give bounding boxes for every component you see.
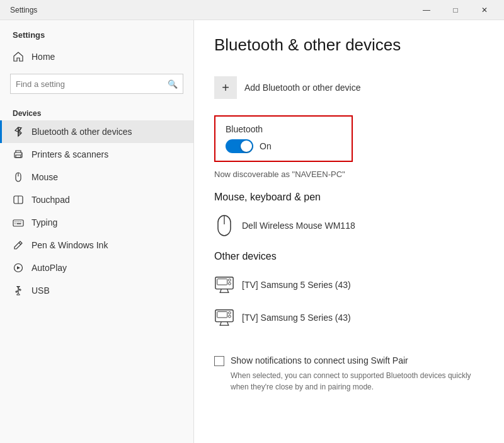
content-area: Settings Home 🔍 Devices xyxy=(0,20,504,443)
sidebar-item-usb[interactable]: USB xyxy=(0,279,193,302)
sidebar-section-label: Devices xyxy=(0,104,193,120)
add-device-button[interactable]: + Add Bluetooth or other device xyxy=(214,70,484,105)
tv-device-icon-2 xyxy=(214,308,234,328)
svg-point-24 xyxy=(229,282,231,285)
toggle-knob xyxy=(241,141,252,152)
page-title: Bluetooth & other devices xyxy=(214,35,484,55)
mouse-device-label: Dell Wireless Mouse WM118 xyxy=(242,221,355,231)
sidebar-item-autoplay-label: AutoPlay xyxy=(32,263,67,273)
swift-pair-label: Show notifications to connect using Swif… xyxy=(231,355,408,365)
swift-pair-row: Show notifications to connect using Swif… xyxy=(214,355,484,366)
sidebar-item-mouse-label: Mouse xyxy=(32,172,58,182)
sidebar-item-pen[interactable]: Pen & Windows Ink xyxy=(0,234,193,256)
keyboard-icon xyxy=(13,217,24,228)
tv-device-icon-1 xyxy=(214,275,234,295)
sidebar-item-usb-label: USB xyxy=(32,285,50,296)
sidebar-item-typing[interactable]: Typing xyxy=(0,211,193,234)
home-icon xyxy=(13,51,24,62)
usb-icon xyxy=(13,285,24,296)
sidebar-item-printers[interactable]: Printers & scanners xyxy=(0,143,193,166)
search-input[interactable] xyxy=(16,79,168,89)
title-bar-text: Settings xyxy=(10,6,37,14)
printer-icon xyxy=(13,149,24,160)
svg-point-2 xyxy=(21,154,22,155)
bluetooth-section-label: Bluetooth xyxy=(226,124,341,134)
sidebar-item-pen-label: Pen & Windows Ink xyxy=(32,240,108,250)
list-item: [TV] Samsung 5 Series (43) xyxy=(214,270,484,300)
svg-rect-6 xyxy=(13,220,23,226)
sidebar-item-typing-label: Typing xyxy=(32,217,57,227)
sidebar-item-home[interactable]: Home xyxy=(0,45,193,69)
discoverable-text: Now discoverable as "NAVEEN-PC" xyxy=(214,170,484,179)
sidebar-item-touchpad-label: Touchpad xyxy=(32,195,70,205)
search-box[interactable]: 🔍 xyxy=(10,74,183,94)
sidebar-item-touchpad[interactable]: Touchpad xyxy=(0,188,193,211)
minimize-button[interactable]: — xyxy=(412,0,441,20)
svg-point-31 xyxy=(229,315,231,318)
svg-line-27 xyxy=(220,322,221,326)
main-content: Bluetooth & other devices + Add Bluetoot… xyxy=(194,20,504,443)
sidebar-item-bluetooth[interactable]: Bluetooth & other devices xyxy=(0,120,193,143)
bluetooth-toggle[interactable] xyxy=(226,139,253,153)
svg-rect-32 xyxy=(217,312,227,318)
other-device-label-2: [TV] Samsung 5 Series (43) xyxy=(242,313,351,323)
other-devices-heading: Other devices xyxy=(214,251,484,262)
mouse-section: Mouse, keyboard & pen Dell Wireless Mous… xyxy=(214,192,484,241)
touchpad-icon xyxy=(13,194,24,205)
bluetooth-toggle-row: On xyxy=(226,139,341,153)
swift-pair-description: When selected, you can connect to suppor… xyxy=(231,370,484,393)
title-bar: Settings — □ ✕ xyxy=(0,0,504,20)
settings-window: Settings — □ ✕ Settings Home 🔍 xyxy=(0,0,504,443)
svg-point-23 xyxy=(229,279,231,282)
mouse-section-heading: Mouse, keyboard & pen xyxy=(214,192,484,203)
add-icon: + xyxy=(214,76,237,99)
maximize-button[interactable]: □ xyxy=(441,0,470,20)
sidebar-item-mouse[interactable]: Mouse xyxy=(0,166,193,188)
home-label: Home xyxy=(32,52,55,62)
svg-line-21 xyxy=(227,289,229,293)
bluetooth-toggle-state: On xyxy=(260,141,272,151)
other-device-label-1: [TV] Samsung 5 Series (43) xyxy=(242,280,351,290)
swift-pair-checkbox[interactable] xyxy=(214,356,224,366)
sidebar-item-bluetooth-label: Bluetooth & other devices xyxy=(32,127,132,137)
list-item: [TV] Samsung 5 Series (43) xyxy=(214,302,484,333)
svg-point-16 xyxy=(20,289,21,291)
sidebar-item-printers-label: Printers & scanners xyxy=(32,149,108,159)
svg-line-20 xyxy=(220,289,221,293)
search-icon: 🔍 xyxy=(168,79,178,89)
svg-rect-1 xyxy=(16,155,21,158)
mouse-device-icon xyxy=(214,216,234,236)
sidebar-item-autoplay[interactable]: AutoPlay xyxy=(0,256,193,279)
bluetooth-icon xyxy=(13,126,24,137)
title-bar-controls: — □ ✕ xyxy=(412,0,499,20)
swift-pair-section: Show notifications to connect using Swif… xyxy=(214,345,484,393)
pen-icon xyxy=(13,239,24,251)
sidebar-title: Settings xyxy=(0,20,193,45)
bluetooth-section: Bluetooth On xyxy=(214,115,353,162)
other-devices-section: Other devices [TV] Samsung xyxy=(214,251,484,333)
sidebar: Settings Home 🔍 Devices xyxy=(0,20,194,443)
close-button[interactable]: ✕ xyxy=(470,0,499,20)
list-item: Dell Wireless Mouse WM118 xyxy=(214,210,484,241)
mouse-icon xyxy=(13,171,24,183)
svg-rect-25 xyxy=(217,279,227,285)
svg-point-30 xyxy=(229,312,231,314)
autoplay-icon xyxy=(13,262,24,273)
svg-line-28 xyxy=(227,322,229,326)
add-device-label: Add Bluetooth or other device xyxy=(244,83,360,93)
